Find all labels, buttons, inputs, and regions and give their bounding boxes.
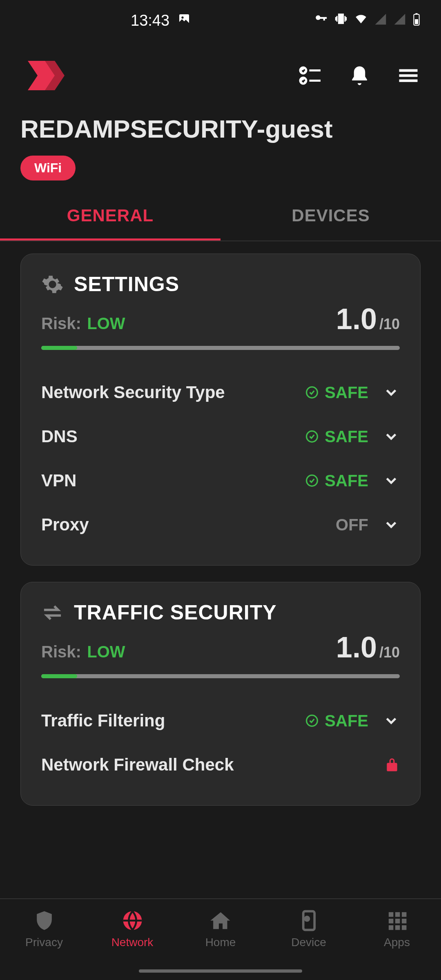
traffic-progress bbox=[41, 674, 400, 678]
svg-rect-4 bbox=[415, 19, 418, 24]
chevron-down-icon bbox=[383, 428, 400, 445]
network-name: REDAMPSECURITY-guest bbox=[20, 114, 421, 143]
vibrate-icon bbox=[334, 12, 348, 29]
nav-label: Apps bbox=[384, 936, 410, 949]
home-icon bbox=[209, 909, 232, 932]
chevron-down-icon bbox=[383, 472, 400, 489]
progress-fill bbox=[41, 346, 77, 350]
risk-value: LOW bbox=[87, 314, 125, 332]
setting-label: VPN bbox=[41, 471, 76, 490]
battery-icon bbox=[412, 12, 421, 29]
tab-general[interactable]: GENERAL bbox=[0, 193, 220, 241]
bell-icon[interactable] bbox=[347, 63, 372, 88]
svg-rect-20 bbox=[395, 912, 399, 917]
arrows-icon bbox=[41, 601, 64, 624]
signal2-icon bbox=[393, 12, 406, 29]
check-circle-icon bbox=[305, 386, 318, 399]
content: SETTINGS Risk: LOW 1.0 /10 Network Secur… bbox=[0, 241, 441, 834]
risk-label: Risk: bbox=[41, 643, 81, 661]
svg-rect-22 bbox=[388, 919, 393, 923]
svg-rect-23 bbox=[395, 919, 399, 923]
status-text: SAFE bbox=[325, 712, 368, 730]
tabs: GENERAL DEVICES bbox=[0, 193, 441, 241]
score-main: 1.0 bbox=[336, 630, 377, 664]
traffic-title: TRAFFIC SECURITY bbox=[74, 601, 277, 624]
chevron-down-icon bbox=[383, 384, 400, 401]
svg-point-1 bbox=[181, 16, 183, 18]
wifi-icon bbox=[354, 12, 368, 29]
setting-row-network-security[interactable]: Network Security Type SAFE bbox=[41, 370, 400, 414]
risk-value: LOW bbox=[87, 643, 125, 661]
check-circle-icon bbox=[305, 474, 318, 487]
tab-devices[interactable]: DEVICES bbox=[220, 193, 441, 241]
status-bar: 13:43 bbox=[0, 0, 441, 41]
status-time: 13:43 bbox=[131, 12, 169, 29]
nav-apps[interactable]: Apps bbox=[353, 909, 441, 980]
nav-privacy[interactable]: Privacy bbox=[0, 909, 88, 980]
grid-icon bbox=[386, 909, 408, 932]
svg-rect-3 bbox=[415, 13, 417, 14]
setting-row-vpn[interactable]: VPN SAFE bbox=[41, 459, 400, 503]
nav-label: Home bbox=[205, 936, 236, 949]
gear-icon bbox=[41, 273, 64, 296]
risk-label: Risk: bbox=[41, 314, 81, 332]
nav-label: Network bbox=[111, 936, 154, 949]
nav-label: Privacy bbox=[25, 936, 63, 949]
status-text: SAFE bbox=[325, 383, 368, 402]
status-text: OFF bbox=[336, 516, 368, 534]
setting-label: Proxy bbox=[41, 515, 89, 535]
progress-fill bbox=[41, 674, 77, 678]
setting-label: Network Security Type bbox=[41, 383, 225, 402]
settings-progress bbox=[41, 346, 400, 350]
svg-point-18 bbox=[305, 917, 309, 920]
svg-rect-21 bbox=[401, 912, 406, 917]
setting-row-dns[interactable]: DNS SAFE bbox=[41, 414, 400, 459]
svg-rect-27 bbox=[401, 925, 406, 930]
key-icon bbox=[314, 12, 328, 29]
status-text: SAFE bbox=[325, 472, 368, 490]
app-header bbox=[0, 41, 441, 106]
setting-row-proxy[interactable]: Proxy OFF bbox=[41, 503, 400, 547]
svg-rect-26 bbox=[395, 925, 399, 930]
device-icon bbox=[298, 909, 320, 932]
check-circle-icon bbox=[305, 430, 318, 443]
nav-label: Device bbox=[291, 936, 326, 949]
setting-label: DNS bbox=[41, 427, 78, 446]
status-text: SAFE bbox=[325, 428, 368, 446]
check-circle-icon bbox=[305, 714, 318, 727]
setting-label: Traffic Filtering bbox=[41, 711, 165, 731]
chevron-down-icon bbox=[383, 516, 400, 533]
setting-row-firewall-check[interactable]: Network Firewall Check bbox=[41, 743, 400, 787]
chevron-down-icon bbox=[383, 712, 400, 729]
setting-row-traffic-filtering[interactable]: Traffic Filtering SAFE bbox=[41, 699, 400, 743]
bottom-nav: Privacy Network Home Device Apps bbox=[0, 898, 441, 980]
title-section: REDAMPSECURITY-guest WiFi bbox=[0, 106, 441, 193]
globe-icon bbox=[121, 909, 144, 932]
score-max: /10 bbox=[379, 316, 400, 333]
menu-icon[interactable] bbox=[396, 63, 421, 88]
settings-card: SETTINGS Risk: LOW 1.0 /10 Network Secur… bbox=[20, 254, 421, 566]
settings-title: SETTINGS bbox=[74, 272, 179, 296]
traffic-card: TRAFFIC SECURITY Risk: LOW 1.0 /10 Traff… bbox=[20, 582, 421, 806]
wifi-badge: WiFi bbox=[20, 156, 76, 180]
score-max: /10 bbox=[379, 644, 400, 661]
picture-icon bbox=[178, 12, 191, 29]
shield-icon bbox=[33, 909, 56, 932]
svg-rect-24 bbox=[401, 919, 406, 923]
setting-label: Network Firewall Check bbox=[41, 755, 234, 775]
svg-rect-19 bbox=[388, 912, 393, 917]
svg-rect-25 bbox=[388, 925, 393, 930]
lock-icon bbox=[384, 757, 400, 773]
signal1-icon bbox=[374, 12, 387, 29]
home-indicator[interactable] bbox=[139, 969, 302, 973]
checklist-icon[interactable] bbox=[298, 63, 323, 88]
app-logo[interactable] bbox=[20, 53, 69, 98]
score-main: 1.0 bbox=[336, 302, 377, 336]
